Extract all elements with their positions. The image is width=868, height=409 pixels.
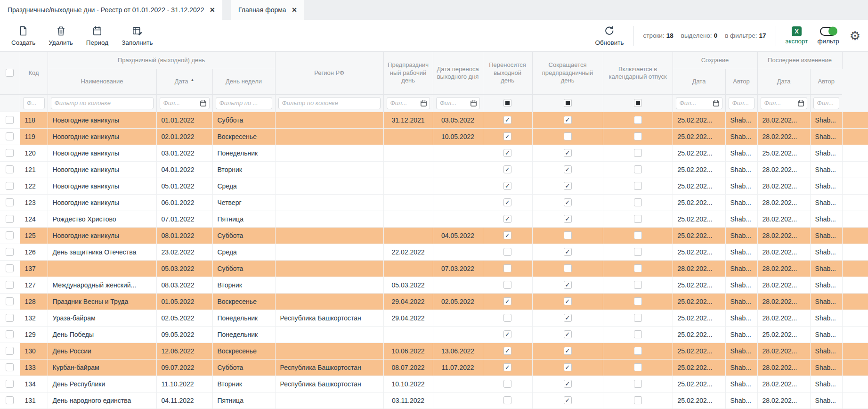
table-row[interactable]: 132 Ураза-байрам 02.05.2022 Понедельник … bbox=[0, 310, 868, 326]
in-vacation-checkbox[interactable] bbox=[634, 215, 642, 223]
col-header-name[interactable]: Наименование bbox=[48, 69, 156, 94]
is-transferred-checkbox[interactable] bbox=[503, 198, 511, 206]
select-all-checkbox[interactable] bbox=[6, 69, 14, 77]
table-row[interactable]: 122 Новогодние каникулы 05.01.2022 Среда… bbox=[0, 178, 868, 194]
is-shortened-checkbox[interactable] bbox=[564, 363, 572, 371]
is-transferred-checkbox[interactable] bbox=[503, 380, 511, 388]
is-transferred-checkbox[interactable] bbox=[503, 264, 511, 272]
col-header-region[interactable]: Регион РФ bbox=[275, 52, 383, 94]
row-checkbox[interactable] bbox=[6, 231, 14, 239]
row-checkbox[interactable] bbox=[6, 165, 14, 173]
in-vacation-checkbox[interactable] bbox=[634, 396, 642, 404]
col-header-transfer-date[interactable]: Дата переноса выходного дня bbox=[433, 52, 483, 94]
is-transferred-checkbox[interactable] bbox=[503, 116, 511, 124]
is-transferred-checkbox[interactable] bbox=[503, 165, 511, 173]
in-vacation-checkbox[interactable] bbox=[634, 281, 642, 289]
table-row[interactable]: 131 День народного единства 04.11.2022 П… bbox=[0, 392, 868, 409]
is-shortened-checkbox[interactable] bbox=[564, 347, 572, 355]
calendar-icon[interactable] bbox=[420, 99, 427, 106]
is-transferred-checkbox[interactable] bbox=[503, 182, 511, 190]
row-checkbox[interactable] bbox=[6, 215, 14, 223]
row-checkbox[interactable] bbox=[6, 132, 14, 140]
in-vacation-checkbox[interactable] bbox=[634, 330, 642, 338]
is-transferred-checkbox[interactable] bbox=[503, 314, 511, 322]
in-vacation-checkbox[interactable] bbox=[634, 132, 642, 140]
is-shortened-checkbox[interactable] bbox=[564, 248, 572, 256]
is-transferred-checkbox[interactable] bbox=[503, 363, 511, 371]
row-checkbox[interactable] bbox=[6, 297, 14, 305]
export-button[interactable]: X экспорт bbox=[786, 26, 808, 45]
in-vacation-checkbox[interactable] bbox=[634, 248, 642, 256]
table-row[interactable]: 121 Новогодние каникулы 04.01.2022 Вторн… bbox=[0, 161, 868, 178]
close-icon[interactable]: × bbox=[210, 6, 215, 14]
in-vacation-checkbox[interactable] bbox=[634, 380, 642, 388]
is-transferred-checkbox[interactable] bbox=[503, 281, 511, 289]
filter-region-input[interactable] bbox=[278, 97, 381, 109]
row-checkbox[interactable] bbox=[6, 330, 14, 338]
row-checkbox[interactable] bbox=[6, 149, 14, 157]
col-header-is-shortened[interactable]: Сокращается предпраздничный день bbox=[532, 52, 603, 94]
is-shortened-checkbox[interactable] bbox=[564, 149, 572, 157]
col-header-weekday[interactable]: День недели bbox=[212, 69, 275, 94]
col-header-created-date[interactable]: Дата bbox=[673, 69, 725, 94]
in-vacation-checkbox[interactable] bbox=[634, 165, 642, 173]
is-shortened-checkbox[interactable] bbox=[564, 314, 572, 322]
is-shortened-checkbox[interactable] bbox=[564, 281, 572, 289]
is-transferred-checkbox[interactable] bbox=[503, 297, 511, 305]
is-shortened-checkbox[interactable] bbox=[564, 264, 572, 272]
row-checkbox[interactable] bbox=[6, 363, 14, 371]
row-checkbox[interactable] bbox=[6, 281, 14, 289]
row-checkbox[interactable] bbox=[6, 347, 14, 355]
table-row[interactable]: 137 05.03.2022 Суббота 07.03.2022 28.02.… bbox=[0, 260, 868, 277]
is-transferred-checkbox[interactable] bbox=[503, 330, 511, 338]
close-icon[interactable]: × bbox=[292, 6, 297, 14]
col-header-modified-author[interactable]: Автор bbox=[810, 69, 842, 94]
is-transferred-checkbox[interactable] bbox=[503, 149, 511, 157]
table-row[interactable]: 120 Новогодние каникулы 03.01.2022 Понед… bbox=[0, 145, 868, 161]
is-shortened-checkbox[interactable] bbox=[564, 182, 572, 190]
in-vacation-checkbox[interactable] bbox=[634, 363, 642, 371]
in-vacation-checkbox[interactable] bbox=[634, 198, 642, 206]
filter-modified-author-input[interactable] bbox=[813, 97, 840, 109]
tab-holidays-registry[interactable]: Праздничные/выходные дни - Реестр от 01.… bbox=[0, 0, 222, 20]
col-header-modified-date[interactable]: Дата bbox=[757, 69, 810, 94]
row-checkbox[interactable] bbox=[6, 380, 14, 388]
row-checkbox[interactable] bbox=[6, 264, 14, 272]
table-row[interactable]: 128 Праздник Весны и Труда 01.05.2022 Во… bbox=[0, 293, 868, 310]
calendar-icon[interactable] bbox=[200, 99, 207, 106]
filter-code-input[interactable] bbox=[23, 97, 45, 109]
table-row[interactable]: 127 Международный женский... 08.03.2022 … bbox=[0, 277, 868, 293]
refresh-button[interactable]: Обновить bbox=[595, 25, 624, 46]
tab-main-form[interactable]: Главная форма × bbox=[231, 0, 304, 20]
row-checkbox[interactable] bbox=[6, 248, 14, 256]
calendar-icon[interactable] bbox=[797, 99, 804, 106]
col-header-in-vacation[interactable]: Включается в календарный отпуск bbox=[603, 52, 673, 94]
row-checkbox[interactable] bbox=[6, 198, 14, 206]
row-checkbox[interactable] bbox=[6, 314, 14, 322]
filter-in-vacation-checkbox[interactable] bbox=[634, 99, 642, 107]
filter-is-shortened-checkbox[interactable] bbox=[564, 99, 572, 107]
is-shortened-checkbox[interactable] bbox=[564, 231, 572, 239]
table-row[interactable]: 118 Новогодние каникулы 01.01.2022 Суббо… bbox=[0, 112, 868, 128]
col-header-is-transferred[interactable]: Переносится выходной день bbox=[483, 52, 532, 94]
col-header-preholiday[interactable]: Предпраздничный рабочий день bbox=[383, 52, 433, 94]
is-transferred-checkbox[interactable] bbox=[503, 248, 511, 256]
calendar-icon[interactable] bbox=[713, 99, 720, 106]
is-transferred-checkbox[interactable] bbox=[503, 347, 511, 355]
is-shortened-checkbox[interactable] bbox=[564, 396, 572, 404]
is-shortened-checkbox[interactable] bbox=[564, 380, 572, 388]
is-transferred-checkbox[interactable] bbox=[503, 396, 511, 404]
in-vacation-checkbox[interactable] bbox=[634, 231, 642, 239]
is-transferred-checkbox[interactable] bbox=[503, 231, 511, 239]
table-row[interactable]: 123 Новогодние каникулы 06.01.2022 Четве… bbox=[0, 194, 868, 211]
row-checkbox[interactable] bbox=[6, 396, 14, 404]
period-button[interactable]: Период bbox=[86, 25, 108, 46]
is-shortened-checkbox[interactable] bbox=[564, 297, 572, 305]
in-vacation-checkbox[interactable] bbox=[634, 149, 642, 157]
table-row[interactable]: 130 День России 12.06.2022 Воскресенье 1… bbox=[0, 343, 868, 359]
table-row[interactable]: 134 День Республики 11.10.2022 Вторник Р… bbox=[0, 376, 868, 392]
col-header-created-author[interactable]: Автор bbox=[725, 69, 757, 94]
create-button[interactable]: Создать bbox=[11, 25, 35, 46]
in-vacation-checkbox[interactable] bbox=[634, 297, 642, 305]
in-vacation-checkbox[interactable] bbox=[634, 182, 642, 190]
